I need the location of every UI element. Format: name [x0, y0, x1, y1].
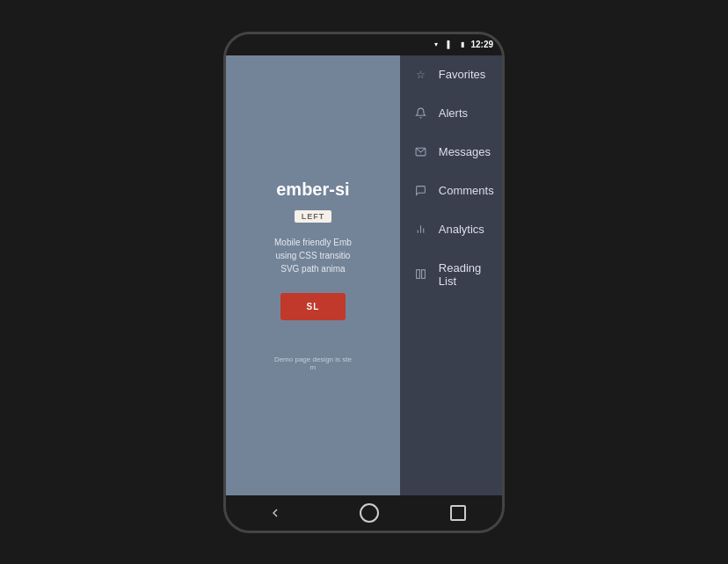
analytics-label: Analytics — [439, 223, 484, 236]
status-bar: ▾ ▌ ▮ 12:29 — [226, 34, 502, 55]
home-button[interactable] — [360, 503, 379, 523]
app-description: Mobile friendly Embusing CSS transitioSV… — [274, 236, 352, 275]
status-time: 12:29 — [470, 40, 493, 49]
svg-rect-4 — [417, 270, 420, 279]
reading-list-label: Reading List — [439, 261, 488, 288]
left-badge: LEFT — [295, 210, 332, 223]
menu-item-comments[interactable]: Comments — [400, 172, 502, 210]
analytics-icon — [414, 223, 428, 237]
alerts-label: Alerts — [439, 106, 468, 120]
menu-item-favorites[interactable]: ☆ Favorites — [400, 55, 502, 94]
favorites-label: Favorites — [439, 68, 485, 81]
menu-item-messages[interactable]: Messages — [400, 133, 502, 172]
menu-item-reading-list[interactable]: Reading List — [400, 249, 502, 300]
messages-label: Messages — [439, 145, 491, 158]
wifi-icon: ▾ — [431, 40, 441, 49]
recents-button[interactable] — [450, 505, 466, 521]
status-icons: ▾ ▌ ▮ 12:29 — [431, 40, 493, 49]
menu-item-analytics[interactable]: Analytics — [400, 210, 502, 249]
phone-frame: ▾ ▌ ▮ 12:29 ember-si LEFT Mobile friendl… — [223, 32, 505, 533]
reading-list-icon — [414, 267, 428, 282]
messages-icon — [414, 145, 428, 159]
nav-bar — [226, 495, 502, 531]
alerts-icon — [414, 106, 428, 121]
comments-icon — [414, 184, 428, 198]
signal-icon: ▌ — [444, 40, 455, 49]
screen-content: ember-si LEFT Mobile friendly Embusing C… — [226, 55, 502, 495]
favorites-icon: ☆ — [414, 68, 428, 82]
menu-item-alerts[interactable]: Alerts — [400, 94, 502, 133]
app-panel: ember-si LEFT Mobile friendly Embusing C… — [226, 55, 400, 495]
app-title: ember-si — [276, 179, 349, 200]
comments-label: Comments — [439, 184, 494, 197]
app-footer: Demo page design is stem — [274, 355, 352, 371]
svg-rect-5 — [422, 270, 426, 279]
battery-icon: ▮ — [457, 40, 468, 49]
back-button[interactable] — [262, 500, 288, 526]
drawer-panel: ☆ Favorites Alerts — [400, 55, 502, 495]
app-cta-button[interactable]: SL — [280, 293, 346, 320]
